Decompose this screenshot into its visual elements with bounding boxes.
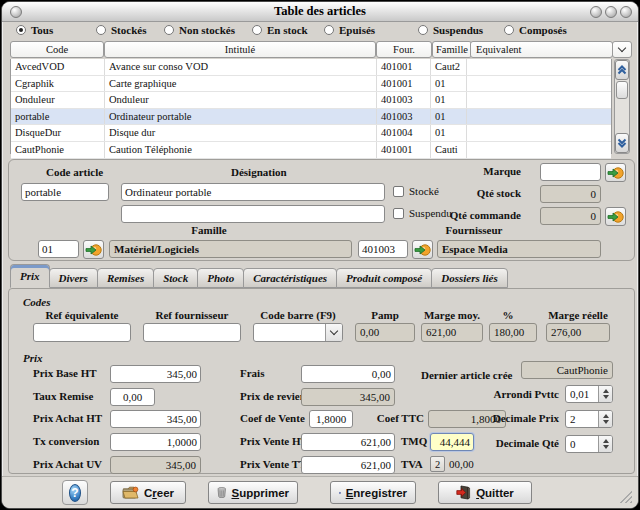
scroll-down-button[interactable] (615, 133, 629, 153)
tab[interactable]: Photo (197, 268, 244, 288)
famille-lookup-button[interactable] (83, 240, 104, 259)
spinner-buttons[interactable] (598, 436, 612, 452)
filter-radio[interactable]: Tous (16, 23, 53, 37)
code-article-field[interactable]: portable (21, 183, 109, 201)
marge-reelle-label: Marge réelle (543, 309, 613, 321)
prix-achat-uv-field: 345,00 (110, 456, 201, 474)
marge-reelle-field: 276,00 (546, 323, 610, 342)
stocke-checkbox[interactable] (393, 186, 404, 197)
code-barre-combo[interactable] (253, 323, 343, 342)
tab[interactable]: Divers (49, 268, 98, 288)
prix-base-ht-field[interactable]: 345,00 (110, 365, 201, 383)
arrondi-value: 0,01 (570, 387, 589, 402)
filter-radio-label: En stock (267, 24, 308, 36)
tva-code-field[interactable]: 2 (430, 456, 445, 472)
decimale-prix-label: Decimale Prix (449, 412, 559, 424)
table-row[interactable]: CautPhonie Caution Téléphonie 401001 Cau… (11, 142, 611, 159)
prix-vente-ht-label: Prix Vente HT (240, 435, 308, 447)
decimale-prix-value: 2 (570, 412, 576, 427)
tmq-label: TMQ (401, 435, 427, 447)
enregistrer-button[interactable]: Enregistrer (330, 481, 416, 504)
ref-equivalente-field[interactable] (33, 323, 131, 342)
supprimer-button[interactable]: Supprimer (208, 481, 298, 504)
column-header-code[interactable]: Code (10, 41, 104, 58)
marque-field[interactable] (540, 163, 601, 181)
column-header-intitule[interactable]: Intitulé (104, 41, 376, 58)
radio-icon[interactable] (252, 25, 262, 35)
close-button[interactable] (620, 6, 632, 18)
tab[interactable]: Produit composé (336, 268, 432, 288)
column-header-famille[interactable]: Famille (432, 41, 472, 58)
prix-base-ht-label: Prix Base HT (33, 367, 97, 379)
resize-grip[interactable] (620, 491, 632, 503)
prix-vente-ttc-field[interactable]: 621,00 (301, 456, 395, 474)
arrondi-spinner[interactable]: 0,01 (565, 385, 613, 403)
double-chevron-down-icon (617, 138, 627, 148)
ref-fournisseur-field[interactable] (143, 323, 241, 342)
quitter-button[interactable]: Quitter (438, 481, 532, 504)
decimale-prix-spinner[interactable]: 2 (565, 410, 613, 428)
filter-radio[interactable]: Composés (504, 23, 567, 37)
tx-conversion-field[interactable]: 1,0000 (110, 433, 201, 451)
tab[interactable]: Dossiers liés (431, 268, 508, 288)
fournisseur-code-field[interactable]: 401003 (358, 240, 408, 258)
fournisseur-lookup-button[interactable] (412, 240, 433, 259)
minimize-button[interactable] (590, 6, 602, 18)
creer-button[interactable]: Creer (110, 481, 186, 504)
suspendu-checkbox[interactable] (393, 208, 404, 219)
taux-remise-field[interactable]: 0,00 (110, 388, 155, 406)
spinner-buttons[interactable] (598, 386, 612, 402)
cell-intitule: Avance sur conso VOD (105, 59, 377, 75)
scroll-up-button[interactable] (615, 60, 629, 80)
column-header-four[interactable]: Four. (376, 41, 432, 58)
radio-icon[interactable] (96, 25, 106, 35)
table-row[interactable]: AvcedVOD Avance sur conso VOD 401001 Cau… (11, 59, 611, 76)
tab[interactable]: Stock (153, 268, 198, 288)
prix-achat-ht-field[interactable]: 345,00 (110, 410, 201, 428)
coef-de-vente-field[interactable]: 1,8000 (309, 410, 353, 428)
famille-label: Famille (159, 224, 259, 236)
double-chevron-up-icon (617, 65, 627, 75)
radio-icon[interactable] (324, 25, 334, 35)
lookup-icon (414, 243, 431, 257)
tab[interactable]: Remises (97, 268, 154, 288)
cell-equivalent (467, 76, 611, 92)
maximize-button[interactable] (605, 6, 617, 18)
table-row[interactable]: Cgraphik Carte graphique 401001 01 (11, 76, 611, 93)
article-detail-panel: Code article Désignation portable Ordina… (8, 159, 635, 261)
spinner-buttons[interactable] (598, 411, 612, 427)
table-row[interactable]: Onduleur Onduleur 401003 01 (11, 92, 611, 109)
designation2-field[interactable] (121, 205, 385, 223)
spin-down-icon (603, 420, 609, 424)
column-header-equivalent[interactable]: Equivalent (470, 41, 613, 58)
articles-table: AvcedVOD Avance sur conso VOD 401001 Cau… (10, 59, 612, 154)
button-bar: ? Creer Supprimer (2, 476, 638, 508)
scrollbar-thumb[interactable] (616, 81, 628, 99)
help-button[interactable]: ? (62, 480, 88, 505)
app-window: Table des articles Tous Stockés Non stoc… (1, 1, 639, 509)
radio-icon[interactable] (418, 25, 428, 35)
tab[interactable]: Caractéristiques (243, 268, 337, 288)
filter-radio[interactable]: Non stockés (164, 23, 235, 37)
table-row[interactable]: portable Ordinateur portable 401003 01 (11, 109, 611, 126)
radio-icon[interactable] (164, 25, 174, 35)
filter-radio[interactable]: En stock (252, 23, 308, 37)
radio-icon[interactable] (504, 25, 514, 35)
radio-icon[interactable] (16, 25, 26, 35)
table-row[interactable]: DisqueDur Disque dur 401004 01 (11, 125, 611, 142)
combo-dropdown-button[interactable] (325, 324, 342, 341)
decimale-qte-spinner[interactable]: 0 (565, 435, 613, 453)
filter-radio[interactable]: Epuisés (324, 23, 375, 37)
tab[interactable]: Prix (10, 264, 50, 288)
cell-intitule: Ordinateur portable (105, 109, 377, 125)
prix-vente-ht-field[interactable]: 621,00 (301, 433, 395, 451)
filter-radio[interactable]: Suspendus (418, 23, 483, 37)
frais-field[interactable]: 0,00 (301, 365, 395, 383)
famille-code-field[interactable]: 01 (38, 240, 79, 258)
filter-radio[interactable]: Stockés (96, 23, 146, 37)
table-scrollbar[interactable] (614, 59, 630, 154)
designation-field[interactable]: Ordinateur portable (121, 183, 385, 201)
marque-lookup-button[interactable] (605, 163, 626, 182)
column-chooser-dropdown[interactable] (612, 41, 632, 58)
qte-commande-lookup-button[interactable] (605, 207, 626, 226)
